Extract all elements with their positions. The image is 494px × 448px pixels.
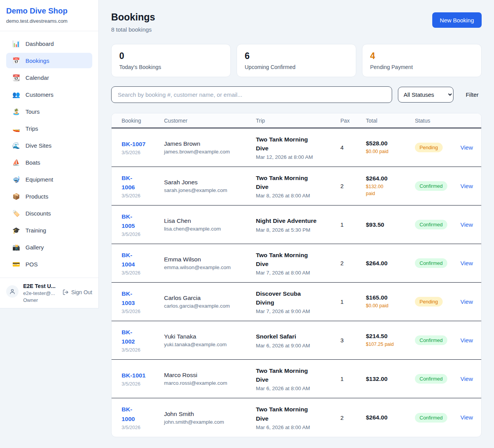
amount-paid: $0.00 paid bbox=[366, 148, 415, 155]
stat-value: 6 bbox=[245, 51, 348, 61]
status-filter-select[interactable]: All Statuses bbox=[398, 87, 453, 103]
sidebar-item-dashboard[interactable]: 📊 Dashboard bbox=[6, 36, 92, 51]
calendar-icon: 📆 bbox=[12, 74, 20, 81]
booking-id-link[interactable]: BK-1004 bbox=[122, 251, 139, 269]
shop-domain: demo.test.divestreams.com bbox=[6, 18, 92, 24]
filter-bar: All Statuses Filter bbox=[111, 86, 482, 103]
table-row: BK-1004 3/5/2026 Emma Wilson emma.wilson… bbox=[112, 244, 481, 283]
sidebar-item-equipment[interactable]: 🤿 Equipment bbox=[6, 172, 92, 187]
stat-label: Upcoming Confirmed bbox=[245, 64, 348, 70]
booking-id-link[interactable]: BK-1000 bbox=[122, 405, 139, 423]
total-amount: $528.00 bbox=[366, 140, 415, 147]
status-badge: Confirmed bbox=[415, 413, 447, 423]
customers-people-icon: 👥 bbox=[12, 91, 20, 98]
sidebar-item-gallery[interactable]: 📸 Gallery bbox=[6, 239, 92, 255]
view-link[interactable]: View bbox=[460, 337, 473, 344]
customer-email: yuki.tanaka@example.com bbox=[164, 342, 256, 347]
view-link[interactable]: View bbox=[460, 221, 473, 228]
booking-id-link[interactable]: BK-1003 bbox=[122, 289, 139, 308]
customer-name: Sarah Jones bbox=[164, 179, 256, 186]
column-header-trip: Trip bbox=[256, 118, 340, 124]
customer-email: marco.rossi@example.com bbox=[164, 380, 256, 386]
bookings-count: 8 total bookings bbox=[111, 26, 155, 33]
booking-date: 3/5/2026 bbox=[122, 193, 164, 199]
stat-label: Pending Payment bbox=[370, 64, 474, 70]
new-booking-button[interactable]: New Booking bbox=[432, 12, 482, 28]
total-amount: $264.00 bbox=[366, 175, 415, 182]
customer-name: Lisa Chen bbox=[164, 217, 256, 224]
booking-id-link[interactable]: BK-1005 bbox=[122, 212, 139, 231]
booking-id-link[interactable]: BK-1002 bbox=[122, 328, 139, 346]
sign-out-button[interactable]: Sign Out bbox=[63, 289, 92, 295]
sidebar-item-bookings[interactable]: 📅 Bookings bbox=[6, 53, 92, 68]
booking-date: 3/5/2026 bbox=[122, 425, 164, 430]
sidebar-item-boats[interactable]: ⛵ Boats bbox=[6, 155, 92, 170]
pax-count: 2 bbox=[340, 183, 366, 189]
booking-id-link[interactable]: BK-1006 bbox=[122, 173, 139, 192]
trip-datetime: Mar 7, 2026 at 9:00 AM bbox=[256, 308, 340, 314]
sidebar-item-customers[interactable]: 👥 Customers bbox=[6, 87, 92, 102]
stat-label: Today's Bookings bbox=[119, 64, 223, 70]
view-link[interactable]: View bbox=[460, 260, 473, 266]
booking-id-link[interactable]: BK-1007 bbox=[122, 140, 145, 149]
trip-name: Discover Scuba Diving bbox=[256, 289, 315, 307]
pax-count: 1 bbox=[340, 376, 366, 382]
view-link[interactable]: View bbox=[460, 298, 473, 305]
sidebar-item-discounts[interactable]: 🏷️ Discounts bbox=[6, 205, 92, 221]
table-row: BK-1002 3/5/2026 Yuki Tanaka yuki.tanaka… bbox=[112, 321, 481, 360]
sidebar-item-label: Trips bbox=[25, 125, 38, 132]
table-row: BK-1001 3/5/2026 Marco Rossi marco.rossi… bbox=[112, 360, 481, 398]
sidebar-item-training[interactable]: 🎓 Training bbox=[6, 222, 92, 238]
sidebar-item-label: Boats bbox=[25, 159, 40, 166]
booking-date: 3/5/2026 bbox=[122, 381, 164, 387]
view-link[interactable]: View bbox=[460, 144, 473, 151]
booking-id-link[interactable]: BK-1001 bbox=[122, 371, 145, 380]
customer-name: Carlos Garcia bbox=[164, 295, 256, 301]
sidebar-item-label: Discounts bbox=[25, 210, 51, 217]
status-badge: Pending bbox=[415, 297, 443, 307]
sidebar-item-pos[interactable]: 💳 POS bbox=[6, 256, 92, 272]
sidebar-item-label: Gallery bbox=[25, 244, 44, 251]
pos-card-icon: 💳 bbox=[12, 261, 20, 268]
sidebar-item-trips[interactable]: 🚤 Trips bbox=[6, 121, 92, 136]
trip-name: Two Tank Morning Dive bbox=[256, 405, 315, 423]
sidebar-item-products[interactable]: 📦 Products bbox=[6, 189, 92, 204]
sidebar-item-label: Calendar bbox=[25, 74, 49, 81]
column-header-pax: Pax bbox=[340, 118, 366, 124]
pax-count: 4 bbox=[340, 144, 366, 151]
column-header-booking: Booking bbox=[122, 118, 164, 124]
booking-date: 3/5/2026 bbox=[122, 270, 164, 276]
search-input[interactable] bbox=[111, 86, 392, 103]
sidebar-item-label: Dive Sites bbox=[25, 142, 52, 149]
training-cap-icon: 🎓 bbox=[12, 227, 20, 234]
sidebar-item-label: Tours bbox=[25, 108, 40, 115]
filter-button[interactable]: Filter bbox=[466, 91, 479, 98]
bookings-table: Booking Customer Trip Pax Total Status B… bbox=[111, 113, 482, 437]
table-row: BK-1005 3/5/2026 Lisa Chen lisa.chen@exa… bbox=[112, 205, 481, 244]
view-link[interactable]: View bbox=[460, 414, 473, 421]
page-header: Bookings 8 total bookings New Booking bbox=[111, 12, 482, 33]
amount-paid: $132.00 paid bbox=[366, 184, 389, 197]
sidebar: Demo Dive Shop demo.test.divestreams.com… bbox=[0, 0, 99, 308]
brand: Demo Dive Shop demo.test.divestreams.com bbox=[0, 0, 98, 31]
customer-name: John Smith bbox=[164, 411, 256, 418]
sidebar-item-tours[interactable]: 🏝️ Tours bbox=[6, 104, 92, 119]
total-amount: $165.00 bbox=[366, 294, 415, 301]
trip-datetime: Mar 6, 2026 at 9:00 AM bbox=[256, 343, 340, 349]
pax-count: 1 bbox=[340, 298, 366, 305]
view-link[interactable]: View bbox=[460, 376, 473, 382]
total-amount: $214.50 bbox=[366, 333, 415, 340]
customer-name: Marco Rossi bbox=[164, 372, 256, 379]
pax-count: 1 bbox=[340, 221, 366, 228]
sidebar-item-label: Products bbox=[25, 193, 48, 200]
user-name: E2E Test U... bbox=[23, 283, 56, 289]
sidebar-item-dive-sites[interactable]: 🌊 Dive Sites bbox=[6, 138, 92, 153]
sidebar-item-label: POS bbox=[25, 261, 38, 268]
sidebar-item-calendar[interactable]: 📆 Calendar bbox=[6, 70, 92, 85]
main-content: Bookings 8 total bookings New Booking 0 … bbox=[99, 0, 494, 437]
total-amount: $264.00 bbox=[366, 414, 415, 421]
view-link[interactable]: View bbox=[460, 183, 473, 189]
trip-datetime: Mar 6, 2026 at 8:00 AM bbox=[256, 386, 340, 391]
status-badge: Confirmed bbox=[415, 181, 447, 191]
status-badge: Confirmed bbox=[415, 220, 447, 229]
